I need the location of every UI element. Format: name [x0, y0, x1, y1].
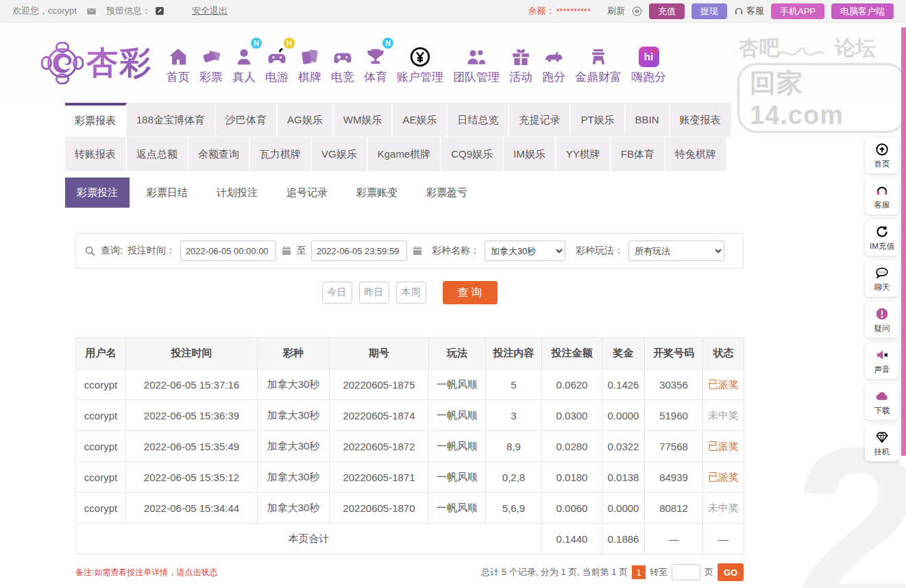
tab-日结总览[interactable]: 日结总览: [448, 103, 509, 137]
logout-link[interactable]: 安全退出: [192, 5, 228, 17]
status-cell[interactable]: 已派奖: [703, 369, 744, 400]
nav-item-cards[interactable]: 棋牌: [293, 41, 326, 85]
nav-item-home[interactable]: 首页: [162, 41, 195, 85]
side-button-chat[interactable]: 聊天: [865, 260, 899, 297]
subtab-彩票投注[interactable]: 彩票投注: [65, 177, 130, 208]
question-icon: [875, 307, 889, 321]
tab-AE娱乐[interactable]: AE娱乐: [393, 103, 448, 137]
nav-item-hi-app[interactable]: hi嗨跑分: [626, 41, 671, 85]
nav-item-gift[interactable]: 活动: [504, 41, 537, 85]
tab-BBIN[interactable]: BBIN: [626, 103, 670, 137]
column-header: 玩法: [429, 338, 486, 369]
nav-item-live-person[interactable]: N真人: [228, 41, 260, 85]
nav-item-rhino[interactable]: 跑分: [537, 41, 570, 85]
customer-service-link[interactable]: 客服: [734, 5, 764, 17]
table-cell: 0.0060: [542, 493, 602, 524]
this-week-button[interactable]: 本周: [396, 282, 426, 304]
nav-label: 体育: [364, 69, 387, 85]
subtab-彩票账变[interactable]: 彩票账变: [345, 177, 409, 208]
tab-VG娱乐[interactable]: VG娱乐: [312, 137, 368, 171]
tab-WM娱乐[interactable]: WM娱乐: [334, 103, 393, 137]
pc-client-button[interactable]: 电脑客户端: [831, 3, 894, 19]
site-logo[interactable]: 杏彩: [41, 42, 152, 84]
nav-item-ticket[interactable]: 彩票: [195, 41, 228, 85]
subtab-彩票日结[interactable]: 彩票日结: [135, 177, 199, 208]
top-icon: [875, 143, 889, 156]
live-person-icon: N: [234, 41, 254, 67]
subtab-追号记录[interactable]: 追号记录: [275, 177, 339, 208]
tab-沙巴体育[interactable]: 沙巴体育: [216, 103, 278, 137]
tab-FB体育[interactable]: FB体育: [611, 137, 665, 171]
tab-188金宝博体育[interactable]: 188金宝博体育: [127, 103, 216, 137]
play-type-select[interactable]: 所有玩法: [628, 241, 724, 261]
nav-item-coin[interactable]: 账户管理: [392, 41, 448, 85]
lottery-select[interactable]: 加拿大30秒: [485, 241, 565, 261]
table-cell: 2022-06-05 15:35:12: [126, 462, 258, 493]
calendar-icon[interactable]: [412, 245, 423, 256]
side-button-recharge[interactable]: IM充值: [865, 219, 899, 256]
go-button[interactable]: GO: [718, 563, 744, 581]
query-button[interactable]: 查 询: [443, 281, 498, 304]
withdraw-button[interactable]: 提现: [691, 3, 727, 19]
side-button-question[interactable]: 疑问: [865, 302, 899, 338]
nav-item-egame[interactable]: H电游: [260, 41, 293, 85]
yesterday-button[interactable]: 昨日: [359, 282, 389, 304]
table-row: ccorypt2022-06-05 15:36:39加拿大30秒20220605…: [76, 400, 744, 431]
eye-icon[interactable]: [632, 6, 642, 16]
nav-item-treasure[interactable]: 金鼎财富: [570, 41, 626, 85]
side-label: IM充值: [870, 241, 894, 252]
tab-充提记录[interactable]: 充提记录: [509, 103, 571, 137]
total-cell: —: [703, 524, 744, 554]
tab-IM娱乐[interactable]: IM娱乐: [504, 137, 556, 171]
status-cell[interactable]: 已派奖: [703, 431, 744, 462]
column-header: 奖金: [602, 338, 645, 369]
subtab-计划投注[interactable]: 计划投注: [205, 177, 269, 208]
diamond-icon: [875, 430, 889, 444]
side-button-diamond[interactable]: 挂机: [865, 425, 899, 461]
mobile-app-button[interactable]: 手机APP: [771, 3, 824, 19]
tab-余额查询[interactable]: 余额查询: [188, 137, 250, 171]
time-to-input[interactable]: [311, 241, 407, 261]
side-button-cloud[interactable]: 下载: [865, 384, 899, 420]
goto-page-input[interactable]: [672, 564, 700, 580]
tab-彩票报表[interactable]: 彩票报表: [65, 103, 127, 137]
status-cell[interactable]: 已派奖: [703, 462, 744, 493]
current-page-button[interactable]: 1: [632, 565, 646, 579]
tab-转账报表[interactable]: 转账报表: [65, 137, 127, 171]
recharge-button[interactable]: 充值: [649, 3, 685, 19]
nav-item-esports[interactable]: 电竞: [326, 41, 359, 85]
nav-item-team[interactable]: 团队管理: [448, 41, 504, 85]
total-cell: 0.1440: [542, 524, 602, 554]
table-cell: 加拿大30秒: [258, 493, 330, 524]
trophy-icon: N: [365, 41, 386, 67]
mute-icon: [875, 348, 889, 362]
calendar-icon[interactable]: [281, 245, 292, 256]
today-button[interactable]: 今日: [322, 282, 352, 304]
side-button-mute[interactable]: 声音: [865, 343, 899, 379]
tab-Kgame棋牌[interactable]: Kgame棋牌: [368, 137, 442, 171]
side-button-top[interactable]: 首页: [865, 137, 899, 173]
service-label: 客服: [746, 5, 764, 17]
tab-CQ9娱乐[interactable]: CQ9娱乐: [441, 137, 504, 171]
tab-AG娱乐[interactable]: AG娱乐: [278, 103, 334, 137]
badge-n: N: [382, 38, 393, 49]
edit-icon[interactable]: [155, 6, 164, 16]
tab-PT娱乐[interactable]: PT娱乐: [571, 103, 625, 137]
status-cell[interactable]: 未中奖: [703, 493, 744, 524]
balance-label: 余额：: [528, 5, 554, 17]
nav-item-trophy[interactable]: N体育: [359, 41, 392, 85]
hi-app-icon: hi: [639, 41, 659, 67]
refresh-link[interactable]: 刷新: [607, 5, 625, 17]
tab-瓦力棋牌[interactable]: 瓦力棋牌: [250, 137, 312, 171]
tab-返点总额[interactable]: 返点总额: [127, 137, 188, 171]
subtab-彩票盈亏[interactable]: 彩票盈亏: [415, 177, 479, 208]
tab-账变报表[interactable]: 账变报表: [670, 103, 732, 137]
status-cell[interactable]: 未中奖: [703, 400, 744, 431]
side-button-headset[interactable]: 客服: [865, 178, 899, 215]
tab-特兔棋牌[interactable]: 特兔棋牌: [665, 137, 727, 171]
table-cell: 0.0300: [542, 400, 602, 431]
tab-YY棋牌[interactable]: YY棋牌: [556, 137, 611, 171]
time-from-input[interactable]: [180, 241, 276, 261]
mail-icon[interactable]: [86, 6, 97, 16]
table-cell: 20220605-1871: [330, 462, 429, 493]
